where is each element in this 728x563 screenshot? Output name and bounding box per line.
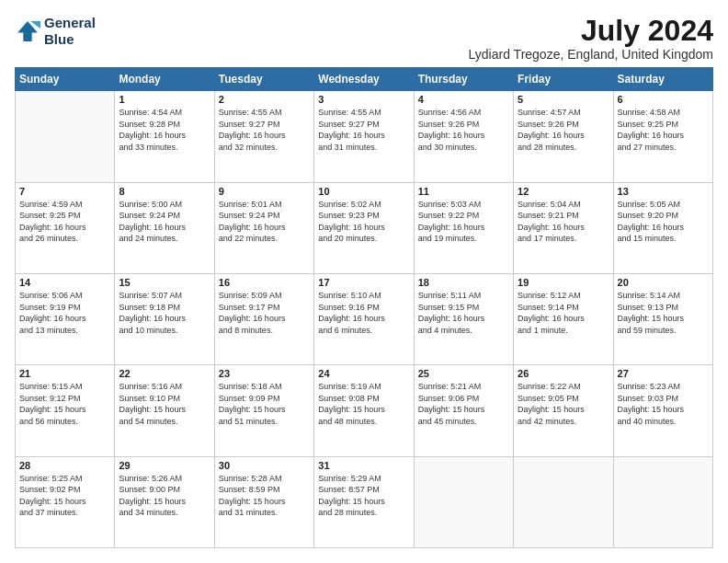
calendar-cell: 20Sunrise: 5:14 AMSunset: 9:13 PMDayligh… <box>613 273 712 364</box>
logo-text: General Blue <box>44 15 96 48</box>
calendar-cell: 27Sunrise: 5:23 AMSunset: 9:03 PMDayligh… <box>613 365 712 456</box>
calendar-cell: 28Sunrise: 5:25 AMSunset: 9:02 PMDayligh… <box>16 456 115 547</box>
calendar-cell <box>16 91 115 182</box>
calendar-cell: 3Sunrise: 4:55 AMSunset: 9:27 PMDaylight… <box>314 91 414 182</box>
day-info: Sunrise: 5:11 AMSunset: 9:15 PMDaylight:… <box>418 290 509 336</box>
day-info: Sunrise: 5:00 AMSunset: 9:24 PMDaylight:… <box>119 199 210 245</box>
day-number: 13 <box>618 186 709 197</box>
header-monday: Monday <box>115 68 214 91</box>
day-number: 23 <box>219 368 310 379</box>
day-number: 2 <box>219 94 310 105</box>
day-info: Sunrise: 4:54 AMSunset: 9:28 PMDaylight:… <box>119 107 210 153</box>
day-number: 16 <box>219 277 310 288</box>
day-number: 1 <box>119 94 210 105</box>
day-number: 17 <box>318 277 409 288</box>
calendar-cell: 13Sunrise: 5:05 AMSunset: 9:20 PMDayligh… <box>613 182 712 273</box>
day-number: 3 <box>318 94 409 105</box>
calendar-page: General Blue July 2024 Lydiard Tregoze, … <box>0 0 728 563</box>
calendar-cell: 12Sunrise: 5:04 AMSunset: 9:21 PMDayligh… <box>514 182 613 273</box>
logo-icon <box>15 18 40 44</box>
day-number: 19 <box>518 277 609 288</box>
calendar-cell: 26Sunrise: 5:22 AMSunset: 9:05 PMDayligh… <box>514 365 613 456</box>
month-title: July 2024 <box>469 15 713 47</box>
header-wednesday: Wednesday <box>314 68 414 91</box>
calendar-cell <box>414 456 513 547</box>
day-number: 14 <box>19 277 110 288</box>
day-number: 21 <box>19 368 110 379</box>
day-info: Sunrise: 5:14 AMSunset: 9:13 PMDaylight:… <box>618 290 709 336</box>
day-number: 31 <box>318 460 409 471</box>
day-info: Sunrise: 5:09 AMSunset: 9:17 PMDaylight:… <box>219 290 310 336</box>
day-number: 30 <box>219 460 310 471</box>
calendar-cell: 9Sunrise: 5:01 AMSunset: 9:24 PMDaylight… <box>214 182 313 273</box>
header-sunday: Sunday <box>16 68 115 91</box>
day-info: Sunrise: 5:10 AMSunset: 9:16 PMDaylight:… <box>318 290 409 336</box>
day-number: 11 <box>418 186 509 197</box>
calendar-cell: 25Sunrise: 5:21 AMSunset: 9:06 PMDayligh… <box>414 365 513 456</box>
day-number: 20 <box>618 277 709 288</box>
day-info: Sunrise: 4:55 AMSunset: 9:27 PMDaylight:… <box>219 107 310 153</box>
day-info: Sunrise: 5:07 AMSunset: 9:18 PMDaylight:… <box>119 290 210 336</box>
header-saturday: Saturday <box>613 68 712 91</box>
day-number: 6 <box>618 94 709 105</box>
calendar-cell <box>514 456 613 547</box>
calendar-header-row: Sunday Monday Tuesday Wednesday Thursday… <box>16 68 713 91</box>
day-info: Sunrise: 5:26 AMSunset: 9:00 PMDaylight:… <box>119 473 210 519</box>
calendar-week-4: 21Sunrise: 5:15 AMSunset: 9:12 PMDayligh… <box>16 365 713 456</box>
day-number: 27 <box>618 368 709 379</box>
calendar-cell: 10Sunrise: 5:02 AMSunset: 9:23 PMDayligh… <box>314 182 414 273</box>
calendar-week-5: 28Sunrise: 5:25 AMSunset: 9:02 PMDayligh… <box>16 456 713 547</box>
day-number: 26 <box>518 368 609 379</box>
calendar-cell: 23Sunrise: 5:18 AMSunset: 9:09 PMDayligh… <box>214 365 313 456</box>
calendar-cell: 2Sunrise: 4:55 AMSunset: 9:27 PMDaylight… <box>214 91 313 182</box>
day-info: Sunrise: 5:06 AMSunset: 9:19 PMDaylight:… <box>19 290 110 336</box>
calendar-table: Sunday Monday Tuesday Wednesday Thursday… <box>15 67 713 548</box>
calendar-cell <box>613 456 712 547</box>
calendar-cell: 18Sunrise: 5:11 AMSunset: 9:15 PMDayligh… <box>414 273 513 364</box>
calendar-cell: 14Sunrise: 5:06 AMSunset: 9:19 PMDayligh… <box>16 273 115 364</box>
header-friday: Friday <box>514 68 613 91</box>
day-number: 22 <box>119 368 210 379</box>
day-number: 7 <box>19 186 110 197</box>
day-info: Sunrise: 4:58 AMSunset: 9:25 PMDaylight:… <box>618 107 709 153</box>
day-info: Sunrise: 5:05 AMSunset: 9:20 PMDaylight:… <box>618 199 709 245</box>
day-info: Sunrise: 4:59 AMSunset: 9:25 PMDaylight:… <box>19 199 110 245</box>
calendar-week-3: 14Sunrise: 5:06 AMSunset: 9:19 PMDayligh… <box>16 273 713 364</box>
day-number: 10 <box>318 186 409 197</box>
location-title: Lydiard Tregoze, England, United Kingdom <box>469 47 713 62</box>
calendar-cell: 16Sunrise: 5:09 AMSunset: 9:17 PMDayligh… <box>214 273 313 364</box>
day-info: Sunrise: 5:18 AMSunset: 9:09 PMDaylight:… <box>219 381 310 427</box>
day-number: 8 <box>119 186 210 197</box>
calendar-week-1: 1Sunrise: 4:54 AMSunset: 9:28 PMDaylight… <box>16 91 713 182</box>
calendar-cell: 15Sunrise: 5:07 AMSunset: 9:18 PMDayligh… <box>115 273 214 364</box>
day-info: Sunrise: 5:19 AMSunset: 9:08 PMDaylight:… <box>318 381 409 427</box>
day-info: Sunrise: 5:16 AMSunset: 9:10 PMDaylight:… <box>119 381 210 427</box>
logo-line1: General <box>44 15 96 31</box>
calendar-cell: 6Sunrise: 4:58 AMSunset: 9:25 PMDaylight… <box>613 91 712 182</box>
day-info: Sunrise: 5:04 AMSunset: 9:21 PMDaylight:… <box>518 199 609 245</box>
day-info: Sunrise: 5:23 AMSunset: 9:03 PMDaylight:… <box>618 381 709 427</box>
day-number: 12 <box>518 186 609 197</box>
day-info: Sunrise: 5:22 AMSunset: 9:05 PMDaylight:… <box>518 381 609 427</box>
calendar-cell: 4Sunrise: 4:56 AMSunset: 9:26 PMDaylight… <box>414 91 513 182</box>
day-info: Sunrise: 5:15 AMSunset: 9:12 PMDaylight:… <box>19 381 110 427</box>
day-number: 18 <box>418 277 509 288</box>
day-number: 5 <box>518 94 609 105</box>
calendar-cell: 8Sunrise: 5:00 AMSunset: 9:24 PMDaylight… <box>115 182 214 273</box>
calendar-cell: 5Sunrise: 4:57 AMSunset: 9:26 PMDaylight… <box>514 91 613 182</box>
header-tuesday: Tuesday <box>214 68 313 91</box>
day-number: 25 <box>418 368 509 379</box>
calendar-cell: 30Sunrise: 5:28 AMSunset: 8:59 PMDayligh… <box>214 456 313 547</box>
day-number: 4 <box>418 94 509 105</box>
day-info: Sunrise: 5:02 AMSunset: 9:23 PMDaylight:… <box>318 199 409 245</box>
day-info: Sunrise: 5:25 AMSunset: 9:02 PMDaylight:… <box>19 473 110 519</box>
day-info: Sunrise: 4:55 AMSunset: 9:27 PMDaylight:… <box>318 107 409 153</box>
calendar-cell: 22Sunrise: 5:16 AMSunset: 9:10 PMDayligh… <box>115 365 214 456</box>
day-number: 24 <box>318 368 409 379</box>
page-header: General Blue July 2024 Lydiard Tregoze, … <box>15 15 713 62</box>
day-info: Sunrise: 5:29 AMSunset: 8:57 PMDaylight:… <box>318 473 409 519</box>
day-info: Sunrise: 5:03 AMSunset: 9:22 PMDaylight:… <box>418 199 509 245</box>
title-section: July 2024 Lydiard Tregoze, England, Unit… <box>469 15 713 62</box>
calendar-cell: 11Sunrise: 5:03 AMSunset: 9:22 PMDayligh… <box>414 182 513 273</box>
header-thursday: Thursday <box>414 68 513 91</box>
